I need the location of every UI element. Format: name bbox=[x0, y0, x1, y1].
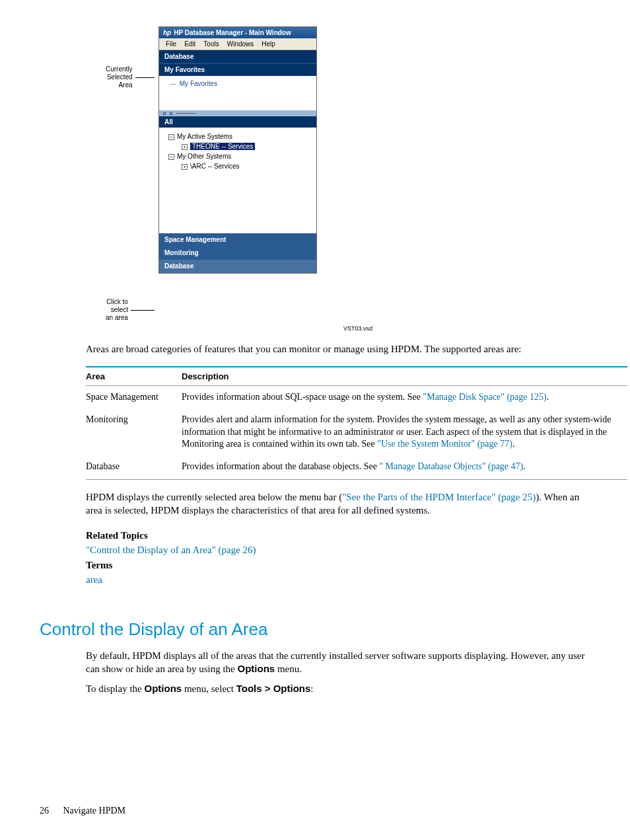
pane-splitter[interactable] bbox=[159, 110, 316, 116]
hpdm-screenshot-figure: Currently Selected Area Click to select … bbox=[40, 26, 590, 320]
area-header-space[interactable]: Space Management bbox=[159, 233, 316, 247]
areas-description-table: Area Description Space Management Provid… bbox=[86, 366, 627, 480]
related-topics-block: Related Topics "Control the Display of a… bbox=[86, 528, 590, 588]
tree-node-theone[interactable]: THEONE -- Services bbox=[190, 143, 255, 150]
area-cell: Database bbox=[86, 455, 182, 480]
tree-collapse-icon[interactable]: − bbox=[168, 154, 174, 160]
post-table-paragraph: HPDM displays the currently selected are… bbox=[86, 490, 590, 517]
annot-click-select: Click to select an area bbox=[106, 298, 128, 322]
area-cell: Monitoring bbox=[86, 408, 182, 455]
tree-node-other-systems[interactable]: −My Other Systems bbox=[168, 151, 311, 161]
term-link[interactable]: area bbox=[86, 574, 102, 585]
menu-tools[interactable]: Tools bbox=[203, 40, 219, 48]
xref-link[interactable]: "Use the System Monitor" (page 77) bbox=[377, 439, 512, 449]
ui-options: Options bbox=[238, 663, 275, 674]
figure-annotations-left: Currently Selected Area Click to select … bbox=[106, 26, 158, 320]
xref-link[interactable]: "See the Parts of the HPDM Interface" (p… bbox=[342, 492, 536, 502]
area-header-database[interactable]: Database bbox=[159, 50, 316, 63]
table-row: Space Management Provides information ab… bbox=[86, 386, 627, 409]
annot-currently-selected: Currently Selected Area bbox=[106, 65, 133, 89]
table-row: Database Provides information about the … bbox=[86, 455, 627, 480]
area-header-monitoring[interactable]: Monitoring bbox=[159, 247, 316, 260]
xref-link[interactable]: "Control the Display of an Area" (page 2… bbox=[86, 545, 256, 555]
area-header-database-bottom[interactable]: Database bbox=[159, 260, 316, 273]
tree-collapse-icon[interactable]: − bbox=[168, 134, 174, 140]
section-heading-control-display: Control the Display of an Area bbox=[40, 619, 590, 640]
systems-tree: −My Active Systems +THEONE -- Services −… bbox=[159, 128, 316, 233]
favorites-root-item[interactable]: My Favorites bbox=[180, 80, 217, 87]
favorites-tree: My Favorites bbox=[159, 76, 316, 110]
window-title: HP Database Manager - Main Window bbox=[174, 29, 291, 36]
instruction-paragraph-2: To display the Options menu, select Tool… bbox=[86, 682, 590, 695]
instruction-paragraph-1: By default, HPDM displays all of the are… bbox=[86, 649, 590, 676]
tree-expand-icon[interactable]: + bbox=[182, 164, 188, 170]
tree-node-arc[interactable]: +\ARC -- Services bbox=[168, 161, 311, 171]
page-footer: 26 Navigate HPDM bbox=[40, 806, 125, 816]
ui-options: Options bbox=[145, 683, 182, 694]
desc-cell: Provides information about SQL-space usa… bbox=[182, 386, 627, 409]
related-topics-heading: Related Topics bbox=[86, 528, 590, 543]
page-number: 26 bbox=[40, 806, 49, 816]
area-cell: Space Management bbox=[86, 386, 182, 409]
hp-logo-icon: hp bbox=[163, 29, 171, 36]
figure-source-label: VST03.vsd bbox=[40, 325, 590, 332]
desc-cell: Provides alert and alarm information for… bbox=[182, 408, 627, 455]
tree-node-active-systems[interactable]: −My Active Systems bbox=[168, 132, 311, 141]
ui-tools-options: Tools > Options bbox=[236, 683, 311, 694]
terms-heading: Terms bbox=[86, 558, 590, 573]
hpdm-main-window: hp HP Database Manager - Main Window Fil… bbox=[158, 26, 317, 274]
menu-file[interactable]: File bbox=[166, 40, 176, 48]
intro-paragraph: Areas are broad categories of features t… bbox=[86, 342, 590, 356]
panel-all[interactable]: All bbox=[159, 116, 316, 128]
table-row: Monitoring Provides alert and alarm info… bbox=[86, 408, 627, 455]
chapter-title: Navigate HPDM bbox=[63, 806, 126, 816]
xref-link[interactable]: "Manage Disk Space" (page 125) bbox=[423, 392, 546, 402]
menu-edit[interactable]: Edit bbox=[184, 40, 195, 48]
menu-bar: File Edit Tools Windows Help bbox=[159, 38, 316, 50]
xref-link[interactable]: " Manage Database Objects" (page 47) bbox=[379, 461, 523, 471]
desc-cell: Provides information about the database … bbox=[182, 455, 627, 480]
col-description: Description bbox=[182, 367, 627, 386]
menu-help[interactable]: Help bbox=[262, 40, 275, 48]
col-area: Area bbox=[86, 367, 182, 386]
menu-windows[interactable]: Windows bbox=[227, 40, 254, 48]
panel-my-favorites[interactable]: My Favorites bbox=[159, 63, 316, 76]
tree-expand-icon[interactable]: + bbox=[182, 144, 188, 150]
window-title-bar: hp HP Database Manager - Main Window bbox=[159, 27, 316, 38]
